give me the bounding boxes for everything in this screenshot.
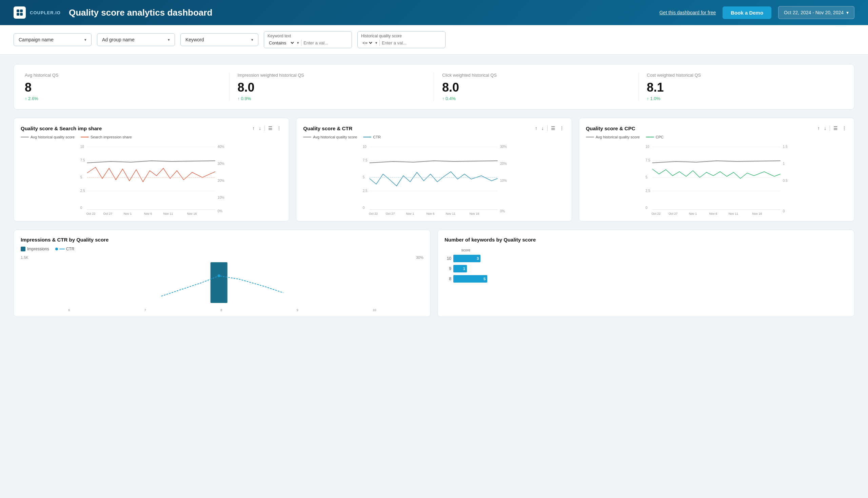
bar-fill: 3 xyxy=(453,255,480,262)
divider xyxy=(830,126,830,131)
svg-text:5: 5 xyxy=(645,175,647,179)
sort-asc-button[interactable]: ↑ xyxy=(534,125,538,132)
y-axis-right-label: 30% xyxy=(416,255,424,260)
book-demo-button[interactable]: Book a Demo xyxy=(723,6,771,19)
legend-search-imp: Search impression share xyxy=(81,135,132,139)
svg-text:10: 10 xyxy=(80,145,84,148)
charts-row: Quality score & Search imp share ↑ ↓ ☰ ⋮… xyxy=(14,118,854,222)
page-title: Quality score analytics dashboard xyxy=(69,8,651,18)
kpi-label: Avg historical QS xyxy=(25,73,221,78)
chevron-down-icon: ▾ xyxy=(168,38,170,42)
chevron-down-icon: ▾ xyxy=(297,41,299,45)
legend-impressions: Impressions xyxy=(21,247,49,251)
svg-text:2.5: 2.5 xyxy=(645,189,650,193)
kpi-avg-qs: Avg historical QS 8 ↑ 2.6% xyxy=(25,73,229,101)
sort-desc-button[interactable]: ↓ xyxy=(258,125,262,132)
brand-name: COUPLER.IO xyxy=(30,10,61,15)
svg-text:10%: 10% xyxy=(218,196,225,199)
kpi-value: 8 xyxy=(25,80,221,95)
svg-text:0: 0 xyxy=(645,206,647,210)
chart-qs-search-imp: Quality score & Search imp share ↑ ↓ ☰ ⋮… xyxy=(14,118,289,222)
chart-title: Quality score & CTR xyxy=(303,126,352,131)
filters-bar: Campaign name ▾ Ad group name ▾ Keyword … xyxy=(0,25,868,55)
sort-asc-button[interactable]: ↑ xyxy=(252,125,255,132)
sort-asc-button[interactable]: ↑ xyxy=(817,125,820,132)
logo-icon xyxy=(14,6,26,19)
legend-color xyxy=(586,137,594,137)
svg-text:7.5: 7.5 xyxy=(645,158,650,162)
filter-button[interactable]: ☰ xyxy=(268,125,273,132)
svg-text:0: 0 xyxy=(363,206,365,210)
historical-qs-input[interactable] xyxy=(382,40,412,45)
divider xyxy=(301,40,302,46)
kpi-cost-qs: Cost weighted historical QS 8.1 ↑ 1.0% xyxy=(639,73,844,101)
legend-label: CTR xyxy=(373,135,381,139)
svg-text:40%: 40% xyxy=(218,145,225,148)
svg-point-67 xyxy=(217,274,220,277)
keyword-filter[interactable]: Keyword ▾ xyxy=(181,33,258,46)
legend-color xyxy=(646,137,654,137)
svg-text:0%: 0% xyxy=(500,209,505,213)
svg-text:0%: 0% xyxy=(218,209,223,213)
chevron-down-icon: ▾ xyxy=(84,38,86,42)
chart-title: Quality score & Search imp share xyxy=(21,126,102,131)
keyword-text-filter: Keyword text Contains Equals Starts with… xyxy=(264,31,352,48)
chart-legend: Avg historical quality score Search impr… xyxy=(21,135,282,139)
kpi-click-qs: Click weighted historical QS 8.0 ↑ 0.4% xyxy=(434,73,639,101)
svg-text:2.5: 2.5 xyxy=(80,189,85,193)
historical-qs-condition-select[interactable]: <= >= = xyxy=(361,40,373,46)
chart-svg: 10 7.5 5 2.5 0 1.5 1 0.5 0 xyxy=(586,142,847,217)
date-range-picker[interactable]: Oct 22, 2024 - Nov 20, 2024 ▾ xyxy=(778,6,854,19)
keyword-text-input[interactable] xyxy=(304,40,334,45)
historical-qs-filter: Historical quality score <= >= = ▾ xyxy=(357,31,445,48)
header: COUPLER.IO Quality score analytics dashb… xyxy=(0,0,868,25)
chart-legend: Impressions CTR xyxy=(21,247,424,251)
svg-text:1.5: 1.5 xyxy=(783,145,787,148)
chart-svg: 10 7.5 5 2.5 0 40% 30% 20% 10% 0% xyxy=(21,142,282,217)
impressions-ctr-chart: Impressions & CTR by Quality score Impre… xyxy=(14,230,431,317)
kpi-change: ↑ 2.6% xyxy=(25,96,221,101)
campaign-name-filter[interactable]: Campaign name ▾ xyxy=(14,33,92,46)
more-button[interactable]: ⋮ xyxy=(559,125,565,132)
bar-fill: 1 xyxy=(453,265,467,272)
bottom-charts-row: Impressions & CTR by Quality score Impre… xyxy=(14,230,854,317)
kpi-label: Cost weighted historical QS xyxy=(647,73,836,78)
legend-cpc: CPC xyxy=(646,135,664,139)
svg-text:Nov 6: Nov 6 xyxy=(427,212,435,215)
svg-text:Nov 1: Nov 1 xyxy=(689,212,697,215)
kpi-label: Impression weighted historical QS xyxy=(238,73,426,78)
sort-desc-button[interactable]: ↓ xyxy=(541,125,545,132)
more-button[interactable]: ⋮ xyxy=(276,125,282,132)
chevron-down-icon: ▾ xyxy=(251,38,253,42)
filter-button[interactable]: ☰ xyxy=(833,125,839,132)
sort-desc-button[interactable]: ↓ xyxy=(823,125,827,132)
chevron-down-icon: ▾ xyxy=(846,10,849,15)
divider xyxy=(379,40,380,46)
svg-text:Oct 27: Oct 27 xyxy=(103,212,112,215)
keywords-by-qs-chart: Number of keywords by Quality score scor… xyxy=(437,230,854,317)
svg-rect-2 xyxy=(17,13,19,16)
keyword-text-condition-select[interactable]: Contains Equals Starts with xyxy=(268,40,295,46)
chart-header: Quality score & CPC ↑ ↓ ☰ ⋮ xyxy=(586,125,847,132)
filter-button[interactable]: ☰ xyxy=(550,125,556,132)
date-range-value: Oct 22, 2024 - Nov 20, 2024 xyxy=(784,10,844,15)
svg-text:Nov 16: Nov 16 xyxy=(752,212,762,215)
ad-group-name-filter[interactable]: Ad group name ▾ xyxy=(97,33,175,46)
header-actions: Get this dashboard for free Book a Demo … xyxy=(659,6,854,19)
svg-text:10%: 10% xyxy=(500,179,507,183)
legend-label: Search impression share xyxy=(91,135,132,139)
historical-qs-row: <= >= = ▾ xyxy=(361,40,442,46)
bar-count: 5 xyxy=(483,277,485,281)
chart-header: Quality score & Search imp share ↑ ↓ ☰ ⋮ xyxy=(21,125,282,132)
legend-label: Avg historical quality score xyxy=(596,135,640,139)
get-dashboard-link[interactable]: Get this dashboard for free xyxy=(659,10,716,15)
svg-text:Oct 22: Oct 22 xyxy=(369,212,378,215)
keyword-text-row: Contains Equals Starts with ▾ xyxy=(268,40,348,46)
legend-line xyxy=(59,249,65,249)
svg-text:0: 0 xyxy=(80,206,82,210)
chevron-down-icon: ▾ xyxy=(375,41,377,45)
svg-text:Nov 16: Nov 16 xyxy=(470,212,479,215)
legend-color xyxy=(303,137,311,137)
svg-text:Nov 6: Nov 6 xyxy=(144,212,152,215)
more-button[interactable]: ⋮ xyxy=(841,125,847,132)
